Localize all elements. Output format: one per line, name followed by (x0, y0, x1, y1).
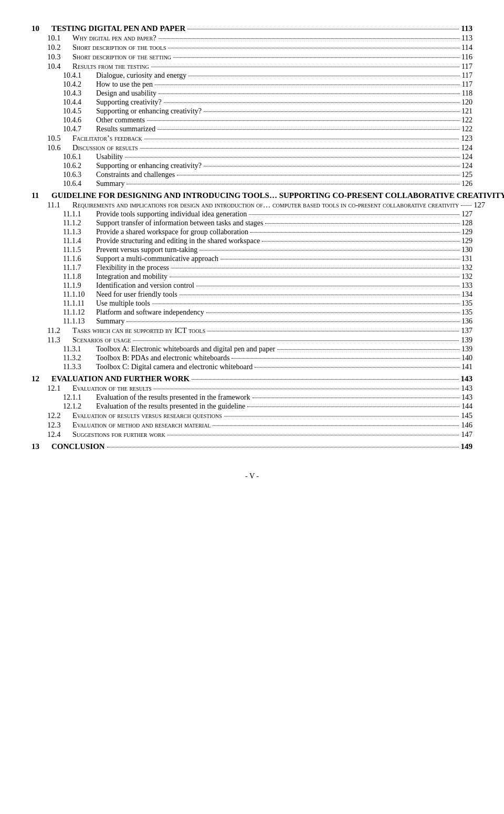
toc-dots (164, 102, 459, 103)
toc-num: 10.3 (47, 53, 68, 61)
toc-num: 10.4.1 (63, 71, 92, 80)
toc-dots (188, 76, 459, 76)
toc-page: 129 (461, 228, 472, 236)
toc-num: 10.5 (47, 134, 68, 143)
toc-page: 117 (462, 80, 472, 89)
toc-page: 147 (461, 430, 472, 439)
toc-entry: 11.1.3Provide a shared workspace for gro… (32, 228, 472, 236)
toc-label: Constraints and challenges (96, 171, 175, 179)
toc-num: 12.1.2 (63, 402, 92, 411)
toc-label: Evaluation of results versus research qu… (72, 411, 222, 420)
toc-entry: 11.1Requirements and implications for de… (32, 201, 472, 210)
toc-label: Results summarized (96, 125, 155, 133)
toc-page: 117 (462, 71, 472, 80)
toc-page: 124 (461, 153, 472, 161)
toc-container: 10TESTING DIGITAL PEN AND PAPER11310.1Wh… (32, 24, 472, 451)
toc-label: Short description of the setting (72, 53, 171, 61)
toc-page: 133 (461, 281, 472, 290)
toc-dots (125, 157, 459, 158)
toc-label: TESTING DIGITAL PEN AND PAPER (51, 24, 185, 33)
toc-num: 11.1.7 (63, 264, 92, 272)
toc-dots (196, 286, 459, 286)
toc-label: Support transfer of information between … (96, 219, 263, 227)
toc-label: Provide a shared workspace for group col… (96, 228, 248, 236)
toc-entry: 12.1Evaluation of the results143 (32, 384, 472, 393)
toc-num: 10.4.3 (63, 89, 92, 98)
toc-dots (155, 85, 459, 85)
toc-dots (461, 205, 471, 206)
toc-page: 126 (461, 180, 472, 188)
toc-label: Provide tools supporting individual idea… (96, 210, 247, 218)
toc-entry: 12.3Evaluation of method and research ma… (32, 421, 472, 430)
toc-page: 125 (461, 171, 472, 179)
toc-num: 11.1.9 (63, 281, 92, 290)
toc-num: 10.4.7 (63, 125, 92, 133)
toc-label: Summary (96, 180, 124, 188)
toc-entry: 13CONCLUSION149 (32, 442, 472, 451)
toc-dots (206, 312, 459, 313)
toc-num: 12.2 (47, 411, 68, 420)
toc-num: 11.3.2 (63, 354, 92, 362)
toc-entry: 10.4Results from the testing117 (32, 62, 472, 71)
toc-page: 123 (461, 134, 472, 143)
toc-entry: 11.3.3Toolbox C: Digital camera and elec… (32, 363, 472, 371)
toc-entry: 11.1.9Identification and version control… (32, 281, 472, 290)
toc-label: Facilitator’s feedback (72, 134, 142, 143)
toc-page: 140 (461, 354, 472, 362)
toc-dots (127, 184, 459, 184)
toc-entry: 11.1.12Platform and software independenc… (32, 308, 472, 317)
toc-num: 10.6.4 (63, 180, 92, 188)
toc-entry: 11.1.11Use multiple tools135 (32, 299, 472, 308)
toc-entry: 12.1.1Evaluation of the results presente… (32, 393, 472, 402)
toc-page: 117 (461, 62, 472, 71)
toc-dots (167, 435, 459, 435)
toc-label: Identification and version control (96, 281, 194, 290)
toc-num: 12.3 (47, 421, 68, 430)
toc-num: 11.1.2 (63, 219, 92, 227)
toc-page: 124 (461, 162, 472, 170)
toc-dots (144, 139, 459, 139)
toc-label: GUIDELINE FOR DESIGNING AND INTRODUCING … (51, 191, 504, 200)
toc-label: Use multiple tools (96, 299, 150, 308)
toc-label: Discussion of results (72, 143, 138, 152)
toc-label: Prevent versus support turn-taking (96, 246, 197, 254)
toc-page: 146 (461, 421, 472, 430)
toc-num: 11.1.10 (63, 290, 92, 299)
toc-label: Why digital pen and paper? (72, 34, 156, 43)
toc-num: 10.4.2 (63, 80, 92, 89)
toc-label: Supporting or enhancing creativity? (96, 162, 202, 170)
toc-num: 10.4.6 (63, 116, 92, 124)
toc-num: 11 (32, 191, 47, 200)
toc-num: 12.1 (47, 384, 68, 393)
toc-label: Short description of the tools (72, 43, 166, 52)
toc-page: 130 (461, 246, 472, 254)
toc-num: 11.2 (47, 326, 68, 335)
toc-entry: 11.1.2Support transfer of information be… (32, 219, 472, 227)
toc-page: 134 (461, 290, 472, 299)
toc-dots (255, 367, 459, 368)
toc-dots (204, 111, 459, 112)
toc-num: 10.1 (47, 34, 68, 43)
toc-page: 132 (461, 264, 472, 272)
toc-page: 122 (461, 125, 472, 133)
toc-dots (265, 223, 459, 224)
toc-label: Other comments (96, 116, 145, 124)
toc-dots (173, 57, 459, 58)
toc-dots (262, 241, 459, 242)
toc-entry: 10.6Discussion of results124 (32, 143, 472, 152)
toc-dots (154, 389, 459, 389)
toc-page: 139 (461, 336, 472, 345)
toc-num: 10.6.1 (63, 153, 92, 161)
toc-dots (250, 232, 459, 233)
toc-dots (192, 379, 458, 380)
toc-num: 13 (32, 442, 47, 451)
toc-dots (133, 340, 459, 341)
toc-entry: 10.6.1Usability124 (32, 153, 472, 161)
toc-page: 132 (461, 273, 472, 281)
toc-label: Evaluation of the results (72, 384, 152, 393)
toc-entry: 11.1.4Provide structuring and editing in… (32, 237, 472, 245)
toc-entry: 10.6.3Constraints and challenges125 (32, 171, 472, 179)
toc-label: Evaluation of the results presented in t… (96, 393, 250, 402)
toc-num: 11.3.3 (63, 363, 92, 371)
toc-page: 131 (461, 255, 472, 263)
